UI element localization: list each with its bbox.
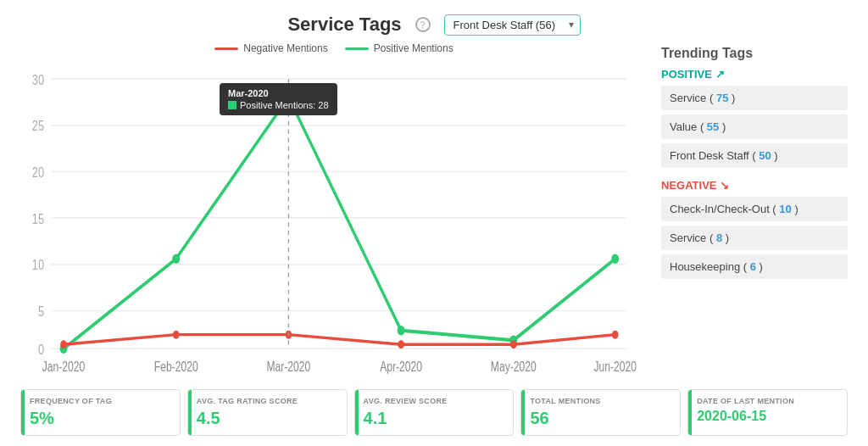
svg-text:Mar-2020: Mar-2020 (266, 359, 310, 374)
svg-text:15: 15 (32, 211, 44, 226)
metrics-row: FREQUENCY OF TAG 5% AVG. TAG RATING SCOR… (20, 389, 848, 436)
page-container: Service Tags ? Front Desk Staff (56) Ser… (0, 0, 868, 446)
trend-item-housekeeping[interactable]: Housekeeping ( 6 ) (661, 254, 848, 279)
svg-point-25 (612, 331, 619, 339)
trending-title: Trending Tags (661, 46, 848, 61)
svg-text:30: 30 (32, 72, 44, 87)
metric-review-score-value: 4.1 (364, 409, 505, 428)
trend-item-service[interactable]: Service ( 75 ) (661, 86, 848, 110)
metric-frequency-label: FREQUENCY OF TAG (30, 397, 171, 405)
page-title: Service Tags (287, 14, 401, 36)
housekeeping-count: 6 (750, 260, 756, 273)
svg-text:May-2020: May-2020 (491, 359, 537, 374)
legend-negative: Negative Mentions (214, 42, 327, 54)
metric-last-mention-value: 2020-06-15 (697, 409, 838, 424)
svg-point-17 (398, 326, 405, 336)
metric-total-mentions-label: TOTAL MENTIONS (530, 397, 671, 405)
svg-text:10: 10 (32, 258, 44, 273)
service-neg-count: 8 (716, 231, 722, 244)
svg-text:Apr-2020: Apr-2020 (380, 359, 422, 374)
svg-point-24 (510, 340, 517, 348)
trend-item-service-neg[interactable]: Service ( 8 ) (661, 226, 848, 250)
svg-point-23 (398, 340, 404, 348)
negative-trend-icon: ↘ (720, 179, 729, 192)
positive-line-icon (345, 47, 369, 50)
svg-text:Feb-2020: Feb-2020 (154, 359, 198, 374)
chart-svg: 30 25 20 15 10 5 0 (20, 59, 648, 382)
svg-text:Jan-2020: Jan-2020 (42, 359, 86, 374)
metric-last-mention: DATE OF LAST MENTION 2020-06-15 (687, 389, 848, 436)
main-content: Negative Mentions Positive Mentions 30 2… (20, 42, 848, 382)
trend-item-front-desk[interactable]: Front Desk Staff ( 50 ) (661, 143, 848, 168)
metric-tag-rating: AVG. TAG RATING SCORE 4.5 (187, 389, 348, 436)
svg-point-15 (172, 254, 180, 264)
metric-tag-rating-label: AVG. TAG RATING SCORE (197, 397, 338, 405)
svg-text:Jun-2020: Jun-2020 (593, 359, 637, 374)
svg-point-20 (60, 340, 67, 348)
help-icon[interactable]: ? (415, 17, 431, 32)
metric-last-mention-label: DATE OF LAST MENTION (697, 397, 838, 405)
metric-frequency: FREQUENCY OF TAG 5% (20, 389, 181, 436)
negative-section-label: NEGATIVE ↘ (661, 179, 848, 192)
trend-item-value[interactable]: Value ( 55 ) (661, 114, 848, 139)
right-panel: Trending Tags POSITIVE ↗ Service ( 75 ) … (661, 42, 848, 382)
value-count: 55 (707, 120, 719, 133)
metric-tag-rating-value: 4.5 (197, 409, 338, 428)
chart-legend: Negative Mentions Positive Mentions (20, 42, 648, 54)
negative-label: Negative Mentions (243, 42, 327, 54)
svg-point-21 (173, 331, 180, 339)
checkin-count: 10 (779, 203, 791, 215)
chart-section: Negative Mentions Positive Mentions 30 2… (20, 42, 648, 382)
svg-point-19 (611, 254, 619, 264)
svg-text:20: 20 (32, 165, 44, 181)
metric-total-mentions: TOTAL MENTIONS 56 (520, 389, 681, 436)
tag-dropdown[interactable]: Front Desk Staff (56) Service Value Hous… (444, 14, 581, 36)
service-count: 75 (716, 92, 728, 104)
svg-text:0: 0 (38, 342, 44, 357)
metric-frequency-value: 5% (30, 409, 171, 428)
svg-text:5: 5 (38, 304, 44, 320)
header-row: Service Tags ? Front Desk Staff (56) Ser… (20, 14, 848, 36)
positive-section-label: POSITIVE ↗ (661, 68, 848, 81)
legend-positive: Positive Mentions (345, 42, 453, 54)
metric-total-mentions-value: 56 (530, 409, 671, 428)
metric-review-score-label: AVG. REVIEW SCORE (364, 397, 505, 405)
svg-text:25: 25 (32, 119, 44, 134)
chart-area: 30 25 20 15 10 5 0 (20, 59, 648, 382)
frontdesk-count: 50 (759, 149, 771, 162)
positive-trend-icon: ↗ (715, 68, 725, 81)
dropdown-wrapper: Front Desk Staff (56) Service Value Hous… (444, 14, 581, 36)
positive-label: Positive Mentions (374, 42, 453, 54)
negative-line-icon (214, 47, 238, 50)
trend-item-checkin[interactable]: Check-In/Check-Out ( 10 ) (661, 197, 848, 221)
metric-review-score: AVG. REVIEW SCORE 4.1 (354, 389, 515, 436)
